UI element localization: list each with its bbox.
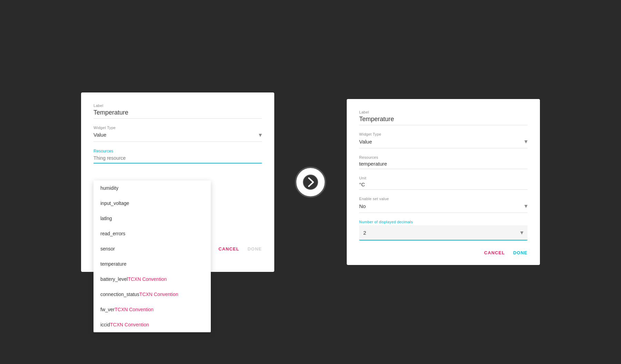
right-enable-set-value-field-group: Enable set value No ▾ [359,197,528,213]
right-decimals-chevron-icon: ▾ [520,229,523,236]
resources-field-group: Resources [93,149,262,164]
right-widget-type-field-group: Widget Type Value ▾ [359,132,528,148]
right-label-field-group: Label Temperature [359,110,528,125]
right-enable-set-value-label: Enable set value [359,197,528,201]
right-chevron-down-icon: ▾ [524,138,528,145]
list-item[interactable]: fw_verTCXN Convention [93,302,211,317]
right-panel-button-row: CANCEL DONE [359,250,528,255]
resource-dropdown: humidityinput_voltagelatlngread_errorsse… [93,180,211,332]
list-item[interactable]: latlng [93,211,211,226]
list-item[interactable]: sensor [93,241,211,256]
right-label-field-label: Label [359,110,528,114]
right-unit-label: Unit [359,176,528,180]
list-item[interactable]: humidity [93,180,211,196]
right-widget-type-value: Value [359,139,372,145]
list-item[interactable]: iccidTCXN Convention [93,317,211,332]
widget-type-select-row[interactable]: Value ▾ [93,131,262,142]
left-panel: Label Temperature Widget Type Value ▾ Re… [81,92,274,272]
done-button-right[interactable]: DONE [513,250,528,255]
right-panel: Label Temperature Widget Type Value ▾ Re… [347,99,540,265]
widget-type-label: Widget Type [93,126,262,130]
label-field-value: Temperature [93,109,262,119]
right-unit-value: °C [359,181,528,190]
chevron-right-icon [303,175,318,190]
next-arrow-circle [295,167,326,198]
right-widget-type-label: Widget Type [359,132,528,136]
label-field-group: Label Temperature [93,104,262,119]
right-resources-label: Resources [359,155,528,159]
widget-type-value: Value [93,132,106,138]
right-enable-chevron-icon: ▾ [524,202,528,210]
right-decimals-value: 2 [363,230,366,236]
list-item[interactable]: connection_statusTCXN Convention [93,287,211,302]
list-item[interactable]: battery_levelTCXN Convention [93,272,211,287]
right-enable-set-value-select-row[interactable]: No ▾ [359,202,528,213]
right-resources-field-group: Resources temperature [359,155,528,169]
list-item[interactable]: input_voltage [93,196,211,211]
right-decimals-select[interactable]: 2 ▾ [359,225,528,240]
list-item[interactable]: temperature [93,256,211,272]
widget-type-field-group: Widget Type Value ▾ [93,126,262,142]
list-item[interactable]: read_errors [93,226,211,241]
right-unit-field-group: Unit °C [359,176,528,190]
done-button-left[interactable]: DONE [247,246,262,252]
svg-point-0 [303,175,318,189]
right-widget-type-select-row[interactable]: Value ▾ [359,138,528,148]
cancel-button-left[interactable]: CANCEL [218,246,239,252]
cancel-button-right[interactable]: CANCEL [484,250,505,255]
right-decimals-label: Number of displayed decimals [359,220,528,224]
thing-resource-input[interactable] [93,155,262,164]
right-decimals-field-group: Number of displayed decimals 2 ▾ [359,220,528,240]
resources-label: Resources [93,149,262,154]
right-enable-set-value-value: No [359,203,366,209]
chevron-down-icon: ▾ [259,131,262,139]
right-label-field-value: Temperature [359,116,528,125]
resource-dropdown-list: humidityinput_voltagelatlngread_errorsse… [93,180,211,332]
right-resources-value: temperature [359,161,528,169]
label-field-label: Label [93,104,262,108]
